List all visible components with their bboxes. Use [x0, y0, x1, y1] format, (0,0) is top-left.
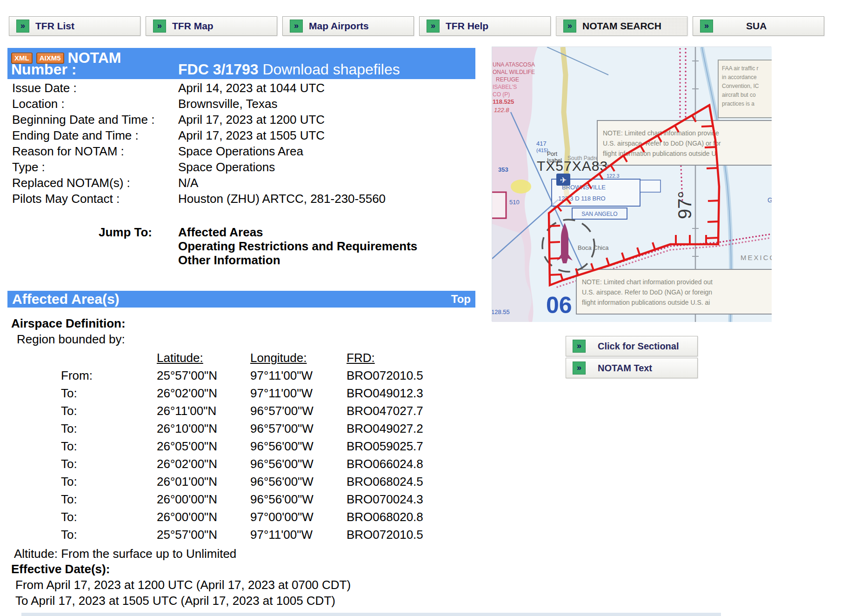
table-row: To:26°00'00"N97°00'00"WBRO068020.8	[61, 508, 423, 526]
note-box-bottom: NOTE: Limited chart information provided…	[576, 269, 772, 314]
field-label: Pilots May Contact :	[12, 191, 178, 207]
svg-text:510: 510	[509, 199, 520, 206]
svg-text:417: 417	[536, 140, 547, 147]
airport-icon: ✈	[556, 174, 570, 186]
effective-dates-label: Effective Date(s):	[11, 562, 110, 576]
svg-text:flight information publication: flight information publications outside …	[582, 299, 710, 306]
nav-button-map-airports[interactable]: » Map Airports	[282, 16, 414, 36]
grid-number-label: 06	[546, 292, 572, 318]
jump-link-affected-areas[interactable]: Affected Areas	[178, 225, 417, 239]
nav-label: Map Airports	[309, 20, 369, 32]
svg-text:FAA air traffic r: FAA air traffic r	[722, 65, 758, 72]
field-value: April 17, 2023 at 1505 UTC	[178, 127, 325, 143]
button-label: NOTAM Text	[598, 363, 652, 374]
double-chevron-icon: »	[16, 20, 29, 33]
notam-number-label: Number :	[11, 61, 76, 78]
effective-to-text: To April 17, 2023 at 1505 UTC (April 17,…	[15, 594, 335, 608]
svg-text:128.55: 128.55	[492, 308, 510, 315]
region-bounded-label: Region bounded by:	[17, 332, 125, 347]
note-box-middle: NOTE: Limited chart information provide …	[597, 121, 772, 165]
download-shapefiles-link[interactable]: Download shapefiles	[262, 61, 400, 78]
table-header-row: Latitude: Longitude: FRD:	[61, 349, 423, 367]
san-angelo-box: SAN ANGELO	[572, 208, 627, 219]
notam-header-bar: XML AIXM5 NOTAM Number : FDC 3/1793 Down…	[7, 48, 475, 79]
field-value: Space Operations Area	[178, 143, 303, 159]
field-row: Type :Space Operations	[12, 159, 386, 175]
field-value: Brownsville, Texas	[178, 96, 277, 112]
svg-text:in accordance: in accordance	[722, 74, 757, 80]
nav-button-notam-search[interactable]: » NOTAM SEARCH	[556, 16, 687, 36]
field-value: April 17, 2023 at 1200 UTC	[178, 112, 325, 127]
top-link[interactable]: Top	[451, 293, 471, 306]
jump-link-other-information[interactable]: Other Information	[178, 253, 417, 267]
svg-text:U.S. airspace. Refer to DoD (N: U.S. airspace. Refer to DoD (NGA) or for…	[582, 288, 712, 296]
nav-button-tfr-help[interactable]: » TFR Help	[419, 16, 551, 36]
field-label: Type :	[12, 159, 178, 175]
svg-text:SAN ANGELO: SAN ANGELO	[581, 211, 617, 217]
svg-text:REFUGE: REFUGE	[496, 76, 519, 83]
nav-label: NOTAM SEARCH	[582, 20, 661, 32]
section-title: Affected Area(s)	[12, 291, 120, 307]
town-area	[511, 180, 531, 194]
double-chevron-icon: »	[573, 340, 586, 353]
svg-text:122.8: 122.8	[494, 107, 509, 114]
table-row: To:26°01'00"N96°56'00"WBRO068024.5	[61, 473, 423, 490]
sectional-chart-image[interactable]: UNA ATASCOSA ONAL WILDLIFE REFUGE ISABEL…	[492, 47, 771, 321]
double-chevron-icon: »	[290, 20, 303, 33]
field-row: Pilots May Contact :Houston (ZHU) ARTCC,…	[12, 191, 386, 207]
latitude-header: Latitude:	[157, 349, 250, 367]
svg-text:U.S. airspace. Refer to DoD (N: U.S. airspace. Refer to DoD (NGA) or for	[603, 140, 721, 147]
nav-button-tfr-list[interactable]: » TFR List	[9, 16, 140, 36]
double-chevron-icon: »	[153, 20, 166, 33]
map-action-buttons: » Click for Sectional » NOTAM Text	[566, 336, 698, 378]
nav-label: TFR Help	[446, 20, 488, 32]
svg-text:CO (P): CO (P)	[493, 91, 510, 98]
frd-header: FRD:	[347, 349, 375, 367]
field-value: Houston (ZHU) ARTCC, 281-230-5560	[178, 191, 386, 207]
field-label: Replaced NOTAM(s) :	[12, 175, 178, 191]
airspace-definition-label: Airspace Definition:	[11, 316, 126, 331]
double-chevron-icon: »	[573, 362, 586, 375]
altitude-text: Altitude: From the surface up to Unlimit…	[14, 547, 236, 561]
svg-text:(415): (415)	[536, 147, 548, 153]
chart-inset-box	[492, 192, 506, 218]
svg-text:UNA ATASCOSA: UNA ATASCOSA	[493, 61, 535, 68]
jump-to-label: Jump To:	[12, 225, 178, 267]
field-row: Replaced NOTAM(s) :N/A	[12, 175, 386, 191]
notam-text-button[interactable]: » NOTAM Text	[566, 358, 698, 378]
svg-text:118.525: 118.525	[493, 98, 514, 105]
field-label: Beginning Date and Time :	[12, 112, 178, 127]
table-row: To:26°00'00"N96°56'00"WBRO070024.3	[61, 490, 423, 508]
double-chevron-icon: »	[700, 20, 713, 33]
svg-text:353: 353	[498, 166, 508, 173]
meridian-degree-label: 97°	[674, 191, 695, 220]
field-label: Issue Date :	[12, 80, 178, 96]
field-value: N/A	[178, 175, 198, 191]
nav-button-sua[interactable]: » SUA	[693, 16, 824, 36]
ctaf-frequency: 122.3	[607, 173, 620, 179]
table-row: To:26°02'00"N97°11'00"WBRO049012.3	[61, 384, 423, 402]
svg-text:Convention, IC: Convention, IC	[722, 83, 759, 89]
svg-text:MEXICO: MEXICO	[741, 254, 772, 261]
field-label: Ending Date and Time :	[12, 127, 178, 143]
jump-link-operating-restrictions[interactable]: Operating Restrictions and Requirements	[178, 239, 417, 253]
svg-text:practices is a: practices is a	[722, 100, 754, 107]
svg-text:ISABEL'S: ISABEL'S	[493, 84, 517, 90]
click-for-sectional-button[interactable]: » Click for Sectional	[566, 336, 698, 356]
faa-info-box: FAA air traffic r in accordance Conventi…	[718, 60, 772, 118]
nav-label: SUA	[746, 20, 767, 32]
field-label: Location :	[12, 96, 178, 112]
table-row: From:25°57'00"N97°11'00"WBRO072010.5	[61, 367, 423, 384]
effective-from-text: From April 17, 2023 at 1200 UTC (April 1…	[15, 578, 351, 592]
longitude-header: Longitude:	[250, 349, 347, 367]
nav-button-tfr-map[interactable]: » TFR Map	[146, 16, 277, 36]
svg-text:NOTE: Limited chart informatio: NOTE: Limited chart information provided…	[582, 278, 713, 286]
double-chevron-icon: »	[563, 20, 576, 33]
table-row: To:26°11'00"N96°57'00"WBRO047027.7	[61, 402, 423, 420]
sectional-chart-svg: UNA ATASCOSA ONAL WILDLIFE REFUGE ISABEL…	[492, 47, 772, 322]
table-row: To:26°10'00"N96°57'00"WBRO049027.2	[61, 420, 423, 437]
svg-text:G: G	[767, 196, 772, 204]
affected-areas-section-bar: Affected Area(s) Top	[7, 291, 475, 308]
table-row: To:26°02'00"N96°56'00"WBRO066024.8	[61, 455, 423, 473]
table-row: To:26°05'00"N96°56'00"WBRO059025.7	[61, 437, 423, 455]
